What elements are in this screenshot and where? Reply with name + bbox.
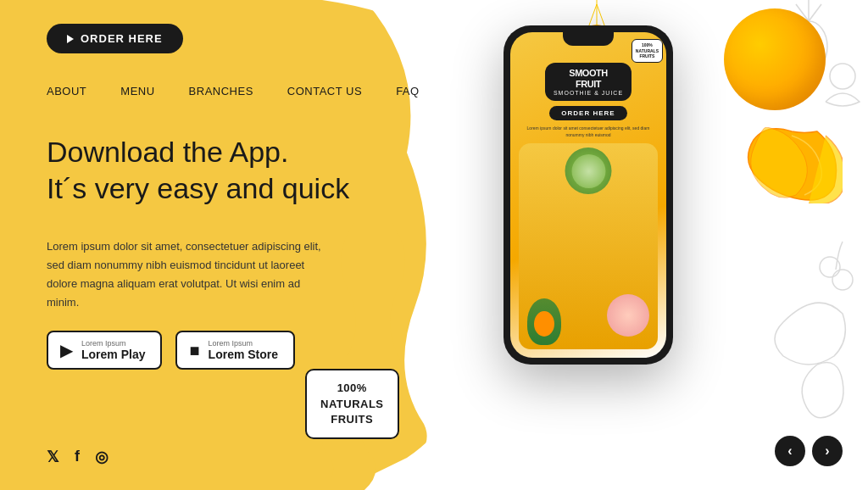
kiwi-inner <box>571 154 605 188</box>
hero-title: Download the App. It´s very easy and qui… <box>47 134 349 206</box>
phone-notch <box>563 32 614 46</box>
next-arrow[interactable]: › <box>812 436 843 466</box>
play-store-label: Lorem Play <box>81 348 145 361</box>
badge-line1: 100% <box>337 381 367 394</box>
app-store-label: Lorem Store <box>209 348 278 361</box>
grapefruit <box>607 294 649 337</box>
phone-logo: SMOOTHFRUIT SMOOTHIE & JUICE <box>545 63 632 101</box>
twitter-icon[interactable]: 𝕏 <box>47 448 59 466</box>
nav-branches[interactable]: BRANCHES <box>189 85 253 97</box>
nav-arrows: ‹ › <box>775 436 843 466</box>
next-icon: › <box>825 443 829 459</box>
app-store-button[interactable]: ■ Lorem Ipsum Lorem Store <box>175 331 295 370</box>
prev-icon: ‹ <box>787 443 792 459</box>
prev-arrow[interactable]: ‹ <box>775 436 805 466</box>
phone-description: Lorem ipsum dolor sit amet consectetuer … <box>526 125 651 138</box>
phone-outer: SMOOTHFRUIT SMOOTHIE & JUICE ORDER HERE … <box>504 25 673 365</box>
kiwi-fruit <box>565 148 612 194</box>
instagram-icon[interactable]: ◎ <box>95 448 108 466</box>
phone-screen: SMOOTHFRUIT SMOOTHIE & JUICE ORDER HERE … <box>510 32 666 358</box>
hero-description: Lorem ipsum dolor sit amet, consectetuer… <box>47 237 335 312</box>
phone-mockup: SMOOTHFRUIT SMOOTHIE & JUICE ORDER HERE … <box>504 25 673 365</box>
content-layer: ORDER HERE ABOUT MENU BRANCHES CONTACT U… <box>0 0 868 490</box>
naturals-badge: 100% NATURALS FRUITS <box>305 369 399 439</box>
phone-order-btn: ORDER HERE <box>549 106 626 120</box>
main-nav: ABOUT MENU BRANCHES CONTACT US FAQ <box>47 85 420 97</box>
badge-line2: NATURALS <box>320 398 384 410</box>
play-icon <box>67 35 74 43</box>
play-store-icon: ▶ <box>60 340 73 360</box>
nav-faq[interactable]: FAQ <box>396 85 420 97</box>
nav-contact[interactable]: CONTACT US <box>287 85 362 97</box>
app-store-icon: ■ <box>189 341 199 360</box>
facebook-icon[interactable]: f <box>75 448 80 466</box>
nav-menu[interactable]: MENU <box>120 85 154 97</box>
nav-about[interactable]: ABOUT <box>47 85 86 97</box>
play-store-button[interactable]: ▶ Lorem Ipsum Lorem Play <box>47 331 162 370</box>
badge-line3: FRUITS <box>331 413 373 426</box>
phone-brand-name: SMOOTHFRUIT <box>554 68 623 90</box>
phone-fruits <box>519 143 658 349</box>
app-store-small: Lorem Ipsum <box>209 339 278 348</box>
phone-natural-badge: 100%NATURALSFRUITS <box>632 39 663 63</box>
badge-text: 100% NATURALS FRUITS <box>320 381 384 427</box>
app-store-text: Lorem Ipsum Lorem Store <box>209 339 278 361</box>
play-store-text: Lorem Ipsum Lorem Play <box>81 339 145 361</box>
social-links: 𝕏 f ◎ <box>47 448 108 466</box>
phone-brand-sub: SMOOTHIE & JUICE <box>554 90 623 96</box>
order-button-label: ORDER HERE <box>81 32 163 45</box>
avocado-seed <box>534 311 554 337</box>
download-buttons: ▶ Lorem Ipsum Lorem Play ■ Lorem Ipsum L… <box>47 331 295 370</box>
avocado <box>527 298 561 345</box>
order-button[interactable]: ORDER HERE <box>47 24 183 53</box>
hero-title-line2: It´s very easy and quick <box>47 172 349 204</box>
hero-title-line1: Download the App. <box>47 136 288 168</box>
play-store-small: Lorem Ipsum <box>81 339 145 348</box>
